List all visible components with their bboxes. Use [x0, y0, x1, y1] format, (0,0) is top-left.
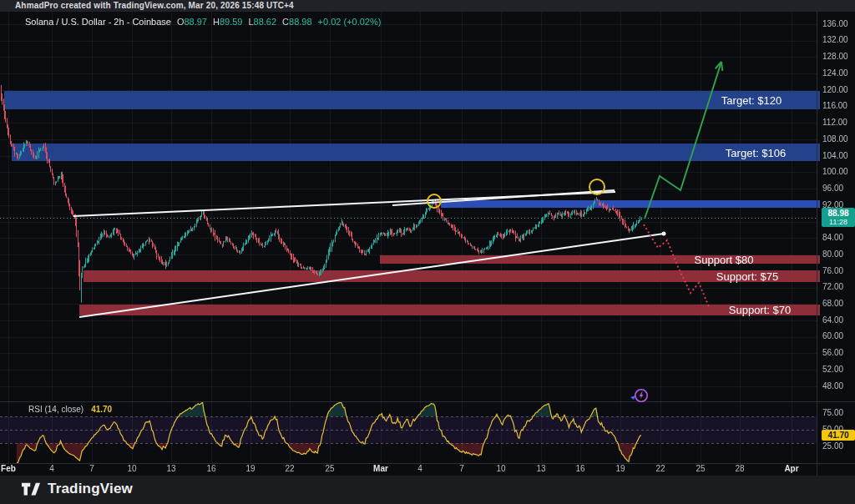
symbol-title: Solana / U.S. Dollar - 2h - Coinbase: [25, 17, 171, 27]
zone-label-support-70[interactable]: Support: $70: [729, 304, 791, 316]
attribution-bar: AhmadPro created with TradingView.com, M…: [0, 0, 855, 12]
tradingview-logo-text: TradingView: [48, 481, 133, 497]
tradingview-logo-icon: [22, 481, 40, 497]
price-change: +0.02 (+0.02%): [318, 17, 382, 27]
last-price-value: 88.98: [822, 209, 855, 218]
rsi-legend[interactable]: RSI (14, close) 41.70: [28, 405, 112, 414]
ohlc-open-key: O: [177, 17, 185, 27]
tradingview-logo[interactable]: TradingView: [22, 481, 133, 497]
logo-bar: TradingView: [0, 476, 855, 504]
rsi-legend-title: RSI (14, close): [28, 405, 83, 414]
ohlc-high-key: H: [213, 17, 220, 27]
last-price-badge: 88.98 11:28: [822, 208, 855, 227]
symbol-header[interactable]: Solana / U.S. Dollar - 2h - Coinbase O88…: [25, 17, 381, 27]
ohlc-low-value: 88.62: [254, 17, 277, 27]
zone-label-target-120[interactable]: Target: $120: [721, 94, 782, 107]
tradingview-chart-screenshot: { "attribution": "AhmadPro created with …: [0, 0, 855, 504]
ohlc-close-value: 88.98: [289, 17, 312, 27]
zone-label-support-80[interactable]: Support $80: [695, 254, 754, 266]
ohlc-open-value: 88.97: [184, 17, 207, 27]
ohlc-close-key: C: [282, 17, 289, 27]
candle-countdown: 11:28: [822, 218, 855, 226]
ohlc-high-value: 89.59: [220, 17, 243, 27]
zone-label-target-106[interactable]: Target: $106: [726, 147, 786, 159]
flash-sticker-icon[interactable]: [629, 386, 650, 406]
zone-label-support-75[interactable]: Support: $75: [716, 270, 778, 283]
price-chart-canvas[interactable]: [0, 0, 855, 504]
rsi-value-badge: 41.70: [822, 430, 855, 441]
rsi-legend-value: 41.70: [91, 405, 112, 414]
